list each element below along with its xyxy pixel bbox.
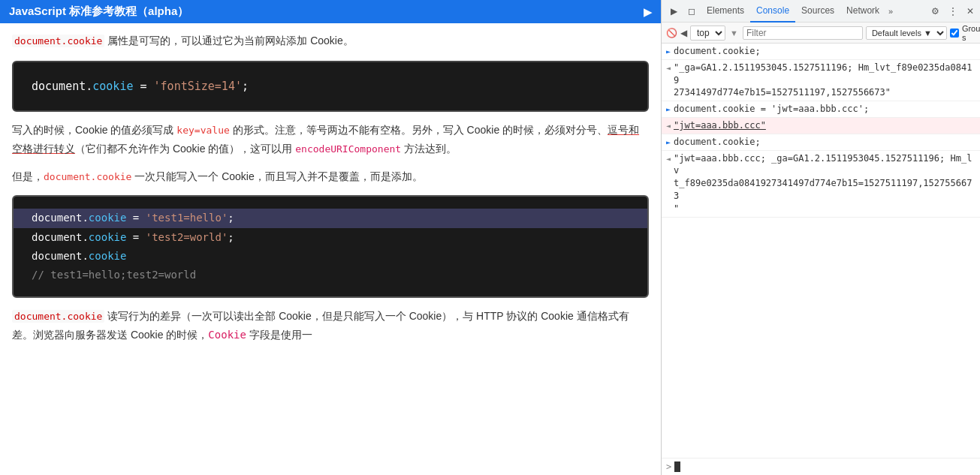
tab-elements[interactable]: Elements (701, 0, 750, 23)
bottom-cookie: Cookie (208, 329, 246, 341)
title-arrow[interactable]: ▶ (644, 6, 652, 18)
page-title-bar: JavaScript 标准参考教程（alpha） ▶ (0, 0, 661, 23)
right-panel: ▶ ◻ Elements Console Sources Network » ⚙… (661, 0, 980, 475)
console-filter-input[interactable] (743, 26, 863, 40)
paragraph-2: 但是，document.cookie 一次只能写入一个 Cookie，而且写入并… (12, 167, 649, 186)
tab-console[interactable]: Console (750, 0, 795, 23)
devtools-phone-icon[interactable]: ◻ (683, 2, 701, 20)
para1-encode: encodeURIComponent (295, 143, 401, 155)
console-text-1: document.cookie; (674, 45, 975, 58)
console-text-3: document.cookie = 'jwt=aaa.bbb.ccc'; (674, 103, 975, 116)
devtools-settings-icon[interactable]: ⚙ (928, 5, 942, 18)
arrow-4: ◄ (666, 121, 671, 131)
devtools-menu-icon[interactable]: ⋮ (945, 5, 960, 18)
console-line-2: ◄ "_ga=GA1.2.1511953045.1527511196; Hm_l… (662, 60, 980, 101)
code2-line3: document.cookie (32, 250, 126, 262)
console-cursor (674, 461, 680, 472)
console-line-6: ◄ "jwt=aaa.bbb.ccc; _ga=GA1.2.1511953045… (662, 151, 980, 218)
tab-sources[interactable]: Sources (795, 0, 840, 23)
console-toolbar: 🚫 ◀ top ▼ Default levels ▼ Group s (662, 23, 980, 44)
code2-line1: document.cookie = 'test1=hello'; (14, 209, 647, 227)
devtools-close-icon[interactable]: ✕ (963, 5, 977, 18)
code1-assign: = (133, 80, 153, 93)
console-text-2: "_ga=GA1.2.1511953045.1527511196; Hm_lvt… (674, 62, 975, 99)
group-s-label: Group s (962, 24, 980, 42)
tab-network[interactable]: Network (840, 0, 885, 23)
code2-line2: document.cookie = 'test2=world'; (32, 231, 234, 243)
devtools-tabs-bar: ▶ ◻ Elements Console Sources Network » ⚙… (662, 0, 980, 23)
context-arrow: ▼ (730, 29, 738, 38)
console-filter-icon[interactable]: ◀ (680, 26, 687, 41)
arrow-2: ◄ (666, 63, 671, 74)
console-text-5: document.cookie; (674, 136, 975, 149)
code-block-2: document.cookie = 'test1=hello'; documen… (12, 195, 649, 298)
content-area: document.cookie 属性是可写的，可以通过它为当前网站添加 Cook… (0, 23, 661, 353)
arrow-5: ► (666, 137, 671, 148)
left-panel: JavaScript 标准参考教程（alpha） ▶ document.cook… (0, 0, 661, 475)
arrow-6: ◄ (666, 154, 671, 164)
para2-code: document.cookie (44, 171, 131, 182)
bottom-paragraph: document.cookie 读写行为的差异（一次可以读出全部 Cookie，… (12, 307, 649, 344)
intro-code: document.cookie (12, 35, 104, 47)
paragraph-1: 写入的时候，Cookie 的值必须写成 key=value 的形式。注意，等号两… (12, 121, 649, 158)
group-s-checkbox[interactable] (950, 29, 959, 38)
code2-comment: // test1=hello;test2=world (32, 269, 196, 281)
console-line-3: ► document.cookie = 'jwt=aaa.bbb.ccc'; (662, 101, 980, 118)
intro-paragraph: document.cookie 属性是可写的，可以通过它为当前网站添加 Cook… (12, 32, 649, 50)
code1-semi: ; (242, 80, 249, 93)
console-input-area[interactable]: > (662, 458, 980, 475)
console-line-5: ► document.cookie; (662, 134, 980, 151)
context-selector[interactable]: top (690, 26, 725, 41)
arrow-3: ► (666, 104, 671, 115)
para1-highlight: key=value (176, 125, 229, 136)
levels-selector[interactable]: Default levels ▼ (866, 26, 947, 40)
devtools-right-icons: ⚙ ⋮ ✕ (928, 5, 977, 18)
devtools-cursor-icon[interactable]: ▶ (665, 2, 683, 20)
console-clear-icon[interactable]: 🚫 (666, 26, 677, 41)
console-line-1: ► document.cookie; (662, 44, 980, 60)
code1-line: document. (32, 80, 92, 93)
console-text-4: "jwt=aaa.bbb.ccc" (674, 119, 975, 132)
code-block-1: document.cookie = 'fontSize=14'; (12, 61, 649, 112)
code1-cookie: cookie (92, 80, 133, 93)
console-output: ► document.cookie; ◄ "_ga=GA1.2.15119530… (662, 44, 980, 458)
code1-value: 'fontSize=14' (154, 80, 242, 93)
intro-text-rest: 属性是可写的，可以通过它为当前网站添加 Cookie。 (107, 35, 353, 47)
arrow-1: ► (666, 47, 671, 57)
console-text-6: "jwt=aaa.bbb.ccc; _ga=GA1.2.1511953045.1… (674, 152, 975, 215)
tab-more[interactable]: » (885, 4, 896, 19)
bottom-code: document.cookie (12, 310, 104, 323)
page-title: JavaScript 标准参考教程（alpha） (9, 5, 188, 19)
console-line-4: ◄ "jwt=aaa.bbb.ccc" (662, 118, 980, 134)
console-prompt: > (666, 461, 671, 472)
